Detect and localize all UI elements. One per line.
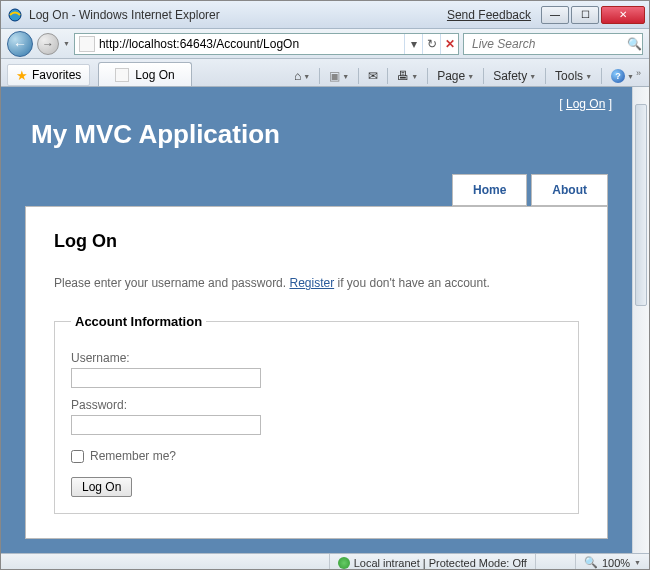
navigation-bar: ← → ▼ ▾ ↻ ✕ 🔍 xyxy=(1,29,649,59)
tab-logon[interactable]: Log On xyxy=(98,62,191,86)
chevron-down-icon: ▼ xyxy=(467,73,474,80)
stop-button[interactable]: ✕ xyxy=(440,34,458,54)
page-menu-label: Page xyxy=(437,69,465,83)
nav-about[interactable]: About xyxy=(531,174,608,206)
instruction-text: Please enter your username and password.… xyxy=(54,276,579,290)
back-button[interactable]: ← xyxy=(7,31,33,57)
tools-menu-label: Tools xyxy=(555,69,583,83)
rss-icon: ▣ xyxy=(329,69,340,83)
window-titlebar: Log On - Windows Internet Explorer Send … xyxy=(1,1,649,29)
minimize-button[interactable]: — xyxy=(541,6,569,24)
mail-icon: ✉ xyxy=(368,69,378,83)
send-feedback-link[interactable]: Send Feedback xyxy=(447,8,531,22)
help-button[interactable]: ?▼ xyxy=(606,66,639,86)
maximize-button[interactable]: ☐ xyxy=(571,6,599,24)
username-input[interactable] xyxy=(71,368,261,388)
print-icon: 🖶 xyxy=(397,69,409,83)
main-panel: Log On Please enter your username and pa… xyxy=(25,206,608,539)
separator xyxy=(601,68,602,84)
safety-menu[interactable]: Safety▼ xyxy=(488,66,541,86)
fieldset-legend: Account Information xyxy=(71,314,206,329)
chevron-down-icon: ▼ xyxy=(627,73,634,80)
separator xyxy=(483,68,484,84)
progress-segment xyxy=(535,554,575,570)
page-icon xyxy=(79,36,95,52)
home-button[interactable]: ⌂▼ xyxy=(289,66,315,86)
register-link[interactable]: Register xyxy=(289,276,334,290)
chevron-down-icon: ▼ xyxy=(342,73,349,80)
account-fieldset: Account Information Username: Password: … xyxy=(54,314,579,514)
auth-links: [ Log On ] xyxy=(1,87,632,115)
remember-checkbox[interactable] xyxy=(71,450,84,463)
chevron-down-icon: ▼ xyxy=(634,559,641,566)
instruction-pre: Please enter your username and password. xyxy=(54,276,289,290)
logon-button[interactable]: Log On xyxy=(71,477,132,497)
chevron-down-icon: ▼ xyxy=(303,73,310,80)
window-title: Log On - Windows Internet Explorer xyxy=(29,8,447,22)
favorites-label: Favorites xyxy=(32,68,81,82)
page-menu[interactable]: Page▼ xyxy=(432,66,479,86)
url-input[interactable] xyxy=(99,35,404,53)
close-button[interactable]: ✕ xyxy=(601,6,645,24)
page-heading: Log On xyxy=(54,231,579,252)
home-icon: ⌂ xyxy=(294,69,301,83)
search-input[interactable] xyxy=(472,37,623,51)
nav-home[interactable]: Home xyxy=(452,174,527,206)
chevron-down-icon: ▼ xyxy=(529,73,536,80)
zoom-label: 100% xyxy=(602,557,630,569)
mail-button[interactable]: ✉ xyxy=(363,66,383,86)
safety-menu-label: Safety xyxy=(493,69,527,83)
separator xyxy=(427,68,428,84)
security-zone[interactable]: Local intranet | Protected Mode: Off xyxy=(329,554,535,570)
password-label: Password: xyxy=(71,398,562,412)
separator xyxy=(387,68,388,84)
forward-button[interactable]: → xyxy=(37,33,59,55)
logon-link[interactable]: Log On xyxy=(566,97,605,111)
password-input[interactable] xyxy=(71,415,261,435)
help-icon: ? xyxy=(611,69,625,83)
remember-label: Remember me? xyxy=(90,449,176,463)
chevron-down-icon: ▼ xyxy=(411,73,418,80)
feeds-button[interactable]: ▣▼ xyxy=(324,66,354,86)
separator xyxy=(319,68,320,84)
chevron-down-icon: ▼ xyxy=(585,73,592,80)
search-button[interactable]: 🔍 xyxy=(627,37,642,51)
tab-title: Log On xyxy=(135,68,174,82)
zone-label: Local intranet | Protected Mode: Off xyxy=(354,557,527,569)
toolbar-overflow-icon[interactable]: » xyxy=(636,68,641,78)
instruction-post: if you don't have an account. xyxy=(334,276,490,290)
zone-icon xyxy=(338,557,350,569)
star-icon: ★ xyxy=(16,68,28,83)
scrollbar[interactable] xyxy=(632,87,649,553)
zoom-icon: 🔍 xyxy=(584,556,598,569)
favorites-button[interactable]: ★ Favorites xyxy=(7,64,90,86)
address-bar: ▾ ↻ ✕ xyxy=(74,33,459,55)
print-button[interactable]: 🖶▼ xyxy=(392,66,423,86)
zoom-control[interactable]: 🔍 100% ▼ xyxy=(575,554,649,570)
site-nav: Home About xyxy=(1,174,632,206)
refresh-button[interactable]: ↻ xyxy=(422,34,440,54)
username-label: Username: xyxy=(71,351,562,365)
page-icon xyxy=(115,68,129,82)
nav-dropdown-icon[interactable]: ▼ xyxy=(63,40,70,47)
search-bar: 🔍 xyxy=(463,33,643,55)
separator xyxy=(358,68,359,84)
content-viewport: [ Log On ] My MVC Application Home About… xyxy=(1,87,649,553)
url-dropdown-icon[interactable]: ▾ xyxy=(404,34,422,54)
app-title: My MVC Application xyxy=(1,115,632,174)
command-bar: ⌂▼ ▣▼ ✉ 🖶▼ Page▼ Safety▼ Tools▼ ?▼ xyxy=(289,66,643,86)
ie-icon xyxy=(7,7,23,23)
status-bar: Local intranet | Protected Mode: Off 🔍 1… xyxy=(1,553,649,570)
separator xyxy=(545,68,546,84)
tools-menu[interactable]: Tools▼ xyxy=(550,66,597,86)
tab-bar: ★ Favorites Log On ⌂▼ ▣▼ ✉ 🖶▼ Page▼ Safe… xyxy=(1,59,649,87)
